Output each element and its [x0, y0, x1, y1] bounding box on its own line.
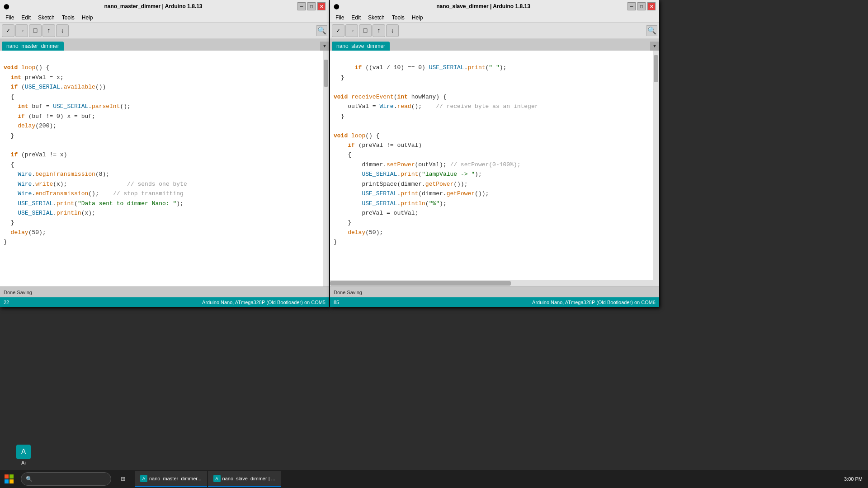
right-menu-help[interactable]: Help [408, 14, 427, 21]
svg-rect-3 [9, 479, 14, 483]
right-maximize-button[interactable]: □ [637, 2, 646, 10]
left-toolbar: ✓ → □ ↑ ↓ 🔍 [0, 23, 329, 39]
right-menu-edit[interactable]: Edit [348, 14, 364, 21]
right-menu-sketch[interactable]: Sketch [364, 14, 388, 21]
task-view-button[interactable]: ⊞ [114, 470, 132, 488]
svg-rect-1 [9, 474, 14, 479]
desktop-icon-arduino[interactable]: A Ai [16, 445, 31, 465]
left-code-content: void loop() { int preVal = x; if (USE_SE… [0, 51, 329, 259]
left-menu-file[interactable]: File [2, 14, 18, 21]
left-upload-button[interactable]: → [15, 24, 28, 37]
system-tray: 3:00 PM [839, 476, 868, 482]
left-board-info: Arduino Nano, ATmega328P (Old Bootloader… [202, 300, 326, 305]
right-new-button[interactable]: □ [359, 24, 372, 37]
left-tab-dropdown[interactable]: ▼ [320, 42, 329, 51]
left-save-button[interactable]: ↓ [56, 24, 69, 37]
right-scrollbar-thumb[interactable] [654, 55, 658, 82]
left-tab-label: nano_master_dimmer [6, 43, 59, 49]
right-window-title: nano_slave_dimmer | Arduino 1.8.13 [339, 3, 627, 9]
taskbar-search[interactable]: 🔍 [21, 472, 111, 486]
right-save-button[interactable]: ↓ [386, 24, 399, 37]
left-status-text: Done Saving [4, 290, 32, 295]
taskbar-label-master: nano_master_dimmer... [149, 476, 202, 481]
taskbar-icon-master: A [140, 475, 147, 482]
right-tab-label: nano_slave_dimmer [336, 43, 385, 49]
right-toolbar: ✓ → □ ↑ ↓ 🔍 [330, 23, 659, 39]
left-search-button[interactable]: 🔍 [316, 25, 327, 36]
taskbar-icon-slave: A [213, 475, 221, 482]
right-bottom-status: 85 Arduino Nano, ATmega328P (Old Bootloa… [330, 297, 659, 307]
taskbar: 🔍 ⊞ A nano_master_dimmer... A nano_slave… [0, 470, 868, 488]
right-menu-bar: File Edit Sketch Tools Help [330, 13, 659, 23]
left-close-button[interactable]: ✕ [317, 2, 326, 10]
left-new-button[interactable]: □ [29, 24, 42, 37]
taskbar-search-icon: 🔍 [26, 476, 33, 483]
taskbar-label-slave: nano_slave_dimmer | ... [222, 476, 275, 481]
left-editor[interactable]: void loop() { int preVal = x; if (USE_SE… [0, 51, 329, 286]
right-minimize-button[interactable]: ─ [627, 2, 636, 10]
left-menu-help[interactable]: Help [78, 14, 97, 21]
right-scrollbar-thumb-h[interactable] [330, 281, 511, 286]
left-menu-bar: File Edit Sketch Tools Help [0, 13, 329, 23]
left-done-saving: Done Saving [0, 286, 329, 297]
right-editor[interactable]: if ((val / 10) == 0) USE_SERIAL.print(" … [330, 51, 659, 286]
right-status-text: Done Saving [334, 290, 362, 295]
left-bottom-status: 22 Arduino Nano, ATmega328P (Old Bootloa… [0, 297, 329, 307]
left-maximize-button[interactable]: □ [307, 2, 316, 10]
left-scrollbar-thumb[interactable] [324, 60, 328, 87]
arduino-icon: A [16, 445, 31, 459]
right-tab-bar: nano_slave_dimmer ▼ [330, 39, 659, 51]
start-button[interactable] [0, 470, 18, 488]
left-menu-edit[interactable]: Edit [18, 14, 34, 21]
right-close-button[interactable]: ✕ [647, 2, 656, 10]
right-window-icon: ⬤ [334, 4, 339, 9]
taskbar-time: 3:00 PM [844, 476, 863, 482]
left-line-number: 22 [4, 300, 9, 305]
left-window-title: nano_master_dimmer | Arduino 1.8.13 [9, 3, 297, 9]
right-code-content: if ((val / 10) == 0) USE_SERIAL.print(" … [330, 51, 659, 259]
right-scrollbar-v[interactable] [653, 51, 659, 286]
right-upload-button[interactable]: → [345, 24, 358, 37]
svg-rect-0 [5, 474, 9, 479]
left-win-controls: ─ □ ✕ [297, 2, 326, 10]
right-scrollbar-h[interactable] [330, 280, 653, 286]
left-title-bar: ⬤ nano_master_dimmer | Arduino 1.8.13 ─ … [0, 0, 329, 13]
svg-rect-2 [5, 479, 9, 483]
left-menu-tools[interactable]: Tools [58, 14, 78, 21]
left-open-button[interactable]: ↑ [42, 24, 55, 37]
right-verify-button[interactable]: ✓ [332, 24, 344, 37]
right-menu-tools[interactable]: Tools [388, 14, 408, 21]
left-tab-bar: nano_master_dimmer ▼ [0, 39, 329, 51]
left-tab-master[interactable]: nano_master_dimmer [2, 42, 64, 51]
desktop-icon-label: Ai [21, 460, 26, 465]
taskbar-item-master[interactable]: A nano_master_dimmer... [135, 471, 207, 487]
right-window: ⬤ nano_slave_dimmer | Arduino 1.8.13 ─ □… [330, 0, 659, 307]
windows-logo-icon [5, 474, 14, 483]
taskbar-item-slave[interactable]: A nano_slave_dimmer | ... [208, 471, 281, 487]
right-tab-slave[interactable]: nano_slave_dimmer [332, 42, 390, 51]
left-scrollbar-v[interactable] [323, 51, 329, 286]
right-win-controls: ─ □ ✕ [627, 2, 656, 10]
left-menu-sketch[interactable]: Sketch [34, 14, 58, 21]
left-verify-button[interactable]: ✓ [2, 24, 14, 37]
right-board-info: Arduino Nano, ATmega328P (Old Bootloader… [532, 300, 656, 305]
left-window: ⬤ nano_master_dimmer | Arduino 1.8.13 ─ … [0, 0, 329, 307]
right-search-button[interactable]: 🔍 [646, 25, 657, 36]
right-open-button[interactable]: ↑ [373, 24, 385, 37]
right-tab-dropdown[interactable]: ▼ [650, 42, 659, 51]
left-window-icon: ⬤ [4, 4, 9, 9]
right-done-saving: Done Saving [330, 286, 659, 297]
left-minimize-button[interactable]: ─ [297, 2, 306, 10]
right-menu-file[interactable]: File [332, 14, 348, 21]
right-title-bar: ⬤ nano_slave_dimmer | Arduino 1.8.13 ─ □… [330, 0, 659, 13]
right-line-number: 85 [334, 300, 339, 305]
